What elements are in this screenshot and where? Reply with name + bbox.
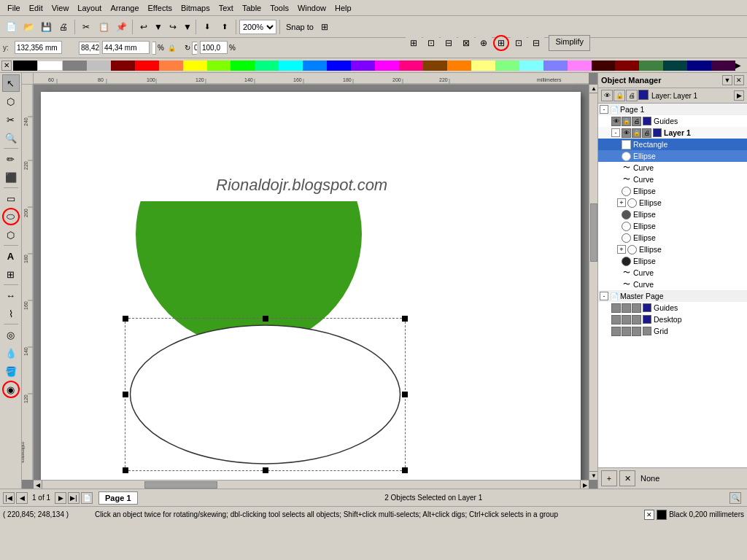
handle-br[interactable] — [402, 467, 408, 473]
table-tool[interactable]: ⊞ — [2, 265, 20, 283]
color-azure[interactable] — [303, 61, 327, 71]
simplify-button[interactable]: Simplify — [549, 35, 590, 51]
redo-btn[interactable]: ↪ — [165, 19, 181, 35]
tree-curve3[interactable]: 〜 Curve — [598, 267, 747, 279]
page-tab[interactable]: Page 1 — [98, 491, 137, 505]
page-doc-btn[interactable]: 📄 — [81, 492, 93, 504]
color-orange2[interactable] — [447, 61, 471, 71]
color-lime2[interactable] — [231, 61, 255, 71]
panel-menu-btn[interactable]: ▼ — [722, 75, 732, 85]
color-lightyellow[interactable] — [471, 61, 495, 71]
import-btn[interactable]: ⬇ — [199, 19, 215, 35]
tree-ellipse1[interactable]: Ellipse — [598, 150, 747, 162]
handle-tc[interactable] — [263, 316, 268, 322]
open-btn[interactable]: 📂 — [20, 19, 36, 35]
page1-expand[interactable]: - — [600, 105, 608, 114]
tree-ellipse7[interactable]: + Ellipse — [598, 244, 747, 255]
ellipse3-expand[interactable]: + — [617, 198, 626, 207]
cut-btn[interactable]: ✂ — [78, 19, 94, 35]
handle-ml[interactable] — [123, 392, 128, 397]
color-red[interactable] — [135, 61, 159, 71]
handle-bl[interactable] — [123, 467, 128, 473]
scroll-thumb-h[interactable] — [144, 481, 217, 489]
scroll-right-btn[interactable]: ▶ — [580, 481, 589, 489]
tree-layer1[interactable]: - 👁 🔒 🖨 Layer 1 — [598, 127, 747, 139]
delete-layer-btn[interactable]: ✕ — [619, 470, 635, 486]
menu-bitmaps[interactable]: Bitmaps — [177, 2, 214, 14]
align-center-btn[interactable]: ⊡ — [423, 35, 439, 51]
layer-eye-btn[interactable]: 👁 — [601, 90, 613, 101]
new-layer-btn[interactable]: + — [601, 470, 617, 486]
color-darkred2[interactable] — [592, 61, 616, 71]
menu-layout[interactable]: Layout — [73, 2, 106, 14]
no-fill-swatch[interactable]: ✕ — [1, 61, 12, 71]
layer-lock-btn[interactable]: 🔒 — [614, 90, 625, 101]
color-lightgreen[interactable] — [495, 61, 519, 71]
tree-ellipse8[interactable]: Ellipse — [598, 255, 747, 267]
handle-bc[interactable] — [263, 467, 268, 473]
menu-text[interactable]: Text — [214, 2, 238, 14]
menu-window[interactable]: Window — [293, 2, 330, 14]
redo-list-btn[interactable]: ▼ — [182, 19, 193, 35]
color-brown1[interactable] — [423, 61, 447, 71]
panel-close-btn[interactable]: ✕ — [734, 75, 744, 85]
grid-print[interactable] — [632, 327, 641, 336]
menu-effects[interactable]: Effects — [144, 2, 177, 14]
color-blue[interactable] — [327, 61, 351, 71]
tree-masterpage[interactable]: - 📄 Master Page — [598, 290, 747, 302]
scrollbar-vertical[interactable]: ▲ ▼ — [589, 85, 597, 480]
color-more-btn[interactable]: ▶ — [735, 61, 746, 69]
color-navy[interactable] — [687, 61, 711, 71]
rectangle-tool[interactable]: ▭ — [2, 190, 20, 207]
ellipse7-expand[interactable]: + — [617, 245, 626, 254]
color-black[interactable] — [13, 61, 37, 71]
color-yellow[interactable] — [183, 61, 207, 71]
layer1-print[interactable]: 🖨 — [642, 128, 651, 138]
group-btn[interactable]: ⊕ — [476, 35, 492, 51]
connector-tool[interactable]: ⌇ — [2, 305, 20, 322]
page-prev-btn[interactable]: ◀ — [16, 492, 28, 504]
scroll-down-btn[interactable]: ▼ — [589, 471, 597, 480]
interactive-fill-tool[interactable]: ◉ — [2, 381, 20, 398]
tree-ellipse4[interactable]: Ellipse — [598, 209, 747, 220]
desktop-eye[interactable] — [611, 315, 621, 324]
desktop-lock[interactable] — [622, 315, 631, 324]
color-teal[interactable] — [663, 61, 687, 71]
scroll-left-btn[interactable]: ◀ — [34, 481, 42, 489]
dropper-tool[interactable]: 💧 — [2, 344, 20, 362]
y-input[interactable] — [15, 41, 62, 54]
paste-btn[interactable]: 📌 — [113, 19, 129, 35]
undo-list-btn[interactable]: ▼ — [153, 19, 163, 35]
layer1-expand[interactable]: - — [611, 128, 620, 137]
desktop-print[interactable] — [632, 315, 641, 324]
tree-curve4[interactable]: 〜 Curve — [598, 279, 747, 290]
scrollbar-horizontal[interactable]: ◀ ▶ — [34, 480, 589, 489]
align-right-btn[interactable]: ⊟ — [441, 35, 457, 51]
smart-fill-tool[interactable]: ⬛ — [2, 168, 20, 186]
align-left-btn[interactable]: ⊞ — [406, 35, 422, 51]
undo-btn[interactable]: ↩ — [136, 19, 152, 35]
tree-guides2[interactable]: Guides — [598, 302, 747, 314]
tree-ellipse6[interactable]: Ellipse — [598, 232, 747, 244]
handle-mr[interactable] — [402, 392, 408, 397]
menu-tools[interactable]: Tools — [266, 2, 293, 14]
color-white[interactable] — [37, 61, 63, 71]
tree-ellipse2[interactable]: Ellipse — [598, 185, 747, 197]
layer1-lock[interactable]: 🔒 — [632, 128, 641, 138]
color-darkred[interactable] — [111, 61, 135, 71]
color-cyan[interactable] — [279, 61, 303, 71]
zoom-tool[interactable]: 🔍 — [2, 129, 20, 147]
ellipse-tool[interactable]: ⬭ — [2, 208, 20, 225]
tree-curve1[interactable]: 〜 Curve — [598, 162, 747, 174]
guides-eye[interactable]: 👁 — [611, 117, 621, 126]
page-next-btn[interactable]: ▶ — [55, 492, 66, 504]
masterpage-expand[interactable]: - — [600, 292, 608, 300]
color-lightblue[interactable] — [543, 61, 568, 71]
tree-page1[interactable]: - 📄 Page 1 — [598, 104, 747, 115]
new-btn[interactable]: 📄 — [3, 19, 19, 35]
layer1-eye[interactable]: 👁 — [622, 128, 631, 138]
tree-rectangle[interactable]: Rectangle — [598, 139, 747, 150]
shape-edit-tool[interactable]: ⬡ — [2, 93, 20, 110]
color-pink[interactable] — [399, 61, 423, 71]
menu-table[interactable]: Table — [238, 2, 266, 14]
